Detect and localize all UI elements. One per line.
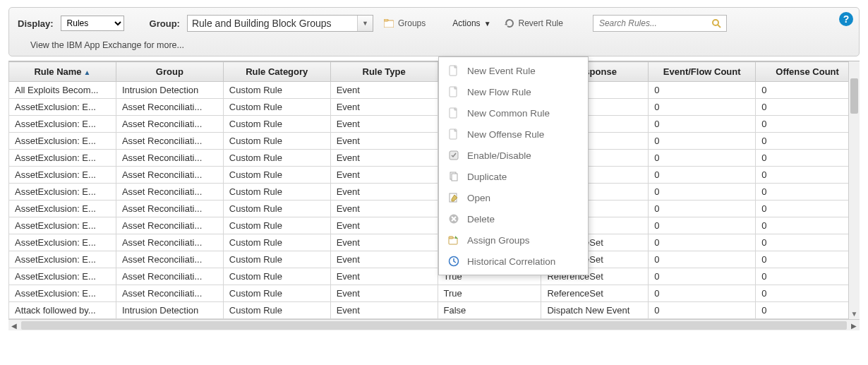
col-rule-name[interactable]: Rule Name▲ bbox=[9, 62, 116, 82]
menu-item-assign-groups[interactable]: Assign Groups bbox=[439, 229, 588, 251]
delete-icon bbox=[447, 213, 460, 225]
cell-name: AssetExclusion: E... bbox=[9, 167, 116, 184]
cell-name: AssetExclusion: E... bbox=[9, 116, 116, 133]
cell-type: Event bbox=[330, 234, 438, 251]
col-group[interactable]: Group bbox=[116, 62, 223, 82]
cell-group: Asset Reconciliati... bbox=[116, 201, 223, 217]
page-icon bbox=[447, 64, 460, 77]
cell-cat: Custom Rule bbox=[223, 167, 330, 184]
cell-cat: Custom Rule bbox=[223, 184, 330, 201]
cell-efc: 0 bbox=[649, 116, 756, 133]
cell-name: AssetExclusion: E... bbox=[9, 217, 116, 234]
scrollbar-thumb[interactable] bbox=[850, 78, 858, 114]
cell-name: AssetExclusion: E... bbox=[9, 150, 116, 167]
cell-type: Event bbox=[330, 285, 438, 302]
menu-item-duplicate[interactable]: Duplicate bbox=[439, 166, 588, 187]
horizontal-scrollbar[interactable]: ◀ ▶ bbox=[8, 319, 860, 330]
menu-item-new-common-rule[interactable]: New Common Rule bbox=[439, 102, 588, 124]
page-icon bbox=[447, 107, 460, 119]
vertical-scrollbar[interactable]: ▼ bbox=[848, 61, 860, 319]
col-offense-count[interactable]: Offense Count bbox=[756, 62, 860, 82]
cell-group: Asset Reconciliati... bbox=[116, 133, 223, 150]
cell-cat: Custom Rule bbox=[223, 234, 330, 251]
rules-table: Rule Name▲ Group Rule Category Rule Type… bbox=[8, 61, 860, 319]
groups-button[interactable]: Groups bbox=[380, 16, 428, 30]
table-row[interactable]: AssetExclusion: E...Asset Reconciliati..… bbox=[9, 116, 860, 133]
page-icon bbox=[447, 128, 460, 140]
cell-cat: Custom Rule bbox=[223, 201, 330, 217]
table-row[interactable]: AssetExclusion: E...Asset Reconciliati..… bbox=[9, 184, 860, 201]
scroll-right-arrow-icon[interactable]: ▶ bbox=[848, 320, 860, 330]
cell-name: AssetExclusion: E... bbox=[9, 133, 116, 150]
cell-type: Event bbox=[330, 82, 438, 99]
scroll-left-arrow-icon[interactable]: ◀ bbox=[8, 320, 20, 330]
table-row[interactable]: AssetExclusion: E...Asset Reconciliati..… bbox=[9, 217, 860, 234]
group-select[interactable]: Rule and Building Block Groups ▼ bbox=[187, 15, 373, 32]
svg-point-2 bbox=[713, 20, 718, 25]
display-select[interactable]: Rules bbox=[61, 16, 124, 31]
cell-efc: 0 bbox=[649, 82, 756, 99]
table-row[interactable]: All Exploits Becom...Intrusion Detection… bbox=[9, 82, 860, 99]
table-row[interactable]: AssetExclusion: E...Asset Reconciliati..… bbox=[9, 268, 860, 285]
menu-item-new-flow-rule[interactable]: New Flow Rule bbox=[439, 81, 588, 102]
help-icon[interactable]: ? bbox=[839, 12, 853, 26]
table-row[interactable]: AssetExclusion: E...Asset Reconciliati..… bbox=[9, 99, 860, 116]
scroll-down-arrow-icon[interactable]: ▼ bbox=[849, 310, 860, 318]
actions-button[interactable]: Actions ▼ bbox=[450, 17, 493, 30]
table-row[interactable]: AssetExclusion: E...Asset Reconciliati..… bbox=[9, 133, 860, 150]
table-row[interactable]: Attack followed by...Intrusion Detection… bbox=[9, 302, 860, 319]
table-row[interactable]: AssetExclusion: E...Asset Reconciliati..… bbox=[9, 234, 860, 251]
cell-response: Dispatch New Event bbox=[541, 302, 649, 319]
menu-item-open[interactable]: Open bbox=[439, 187, 588, 208]
cell-group: Asset Reconciliati... bbox=[116, 268, 223, 285]
chevron-down-icon: ▼ bbox=[362, 20, 368, 27]
revert-rule-label: Revert Rule bbox=[519, 18, 563, 28]
table-row[interactable]: AssetExclusion: E...Asset Reconciliati..… bbox=[9, 167, 860, 184]
cell-type: Event bbox=[330, 150, 438, 167]
cell-oc: 0 bbox=[756, 184, 860, 201]
scrollbar-thumb[interactable] bbox=[21, 321, 847, 330]
app-exchange-link[interactable]: View the IBM App Exchange for more... bbox=[30, 40, 184, 50]
cell-type: Event bbox=[330, 184, 438, 201]
menu-item-label: New Offense Rule bbox=[467, 129, 544, 140]
cell-efc: 0 bbox=[649, 133, 756, 150]
col-event-flow-count[interactable]: Event/Flow Count bbox=[649, 62, 756, 82]
cell-group: Asset Reconciliati... bbox=[116, 167, 223, 184]
menu-item-label: New Common Rule bbox=[467, 108, 550, 119]
cell-group: Intrusion Detection bbox=[116, 82, 223, 99]
menu-item-label: New Flow Rule bbox=[467, 87, 531, 97]
table-row[interactable]: AssetExclusion: E...Asset Reconciliati..… bbox=[9, 251, 860, 268]
cell-cat: Custom Rule bbox=[223, 251, 330, 268]
sort-asc-icon: ▲ bbox=[84, 68, 91, 76]
group-select-value: Rule and Building Block Groups bbox=[188, 18, 357, 29]
search-icon[interactable] bbox=[711, 18, 722, 29]
cell-oc: 0 bbox=[756, 302, 860, 319]
search-input[interactable] bbox=[598, 18, 711, 29]
group-select-dropdown-button[interactable]: ▼ bbox=[357, 16, 373, 31]
search-box[interactable] bbox=[593, 15, 727, 32]
actions-button-label: Actions bbox=[452, 18, 480, 28]
cell-cat: Custom Rule bbox=[223, 82, 330, 99]
table-row[interactable]: AssetExclusion: E...Asset Reconciliati..… bbox=[9, 285, 860, 302]
chevron-down-icon: ▼ bbox=[484, 20, 491, 28]
col-rule-category[interactable]: Rule Category bbox=[223, 62, 330, 82]
menu-item-historical-correlation[interactable]: Historical Correlation bbox=[439, 251, 588, 272]
menu-item-enable-disable[interactable]: Enable/Disable bbox=[439, 145, 588, 166]
menu-item-delete[interactable]: Delete bbox=[439, 208, 588, 229]
revert-rule-button[interactable]: Revert Rule bbox=[501, 16, 566, 30]
cell-cat: Custom Rule bbox=[223, 268, 330, 285]
menu-item-new-offense-rule[interactable]: New Offense Rule bbox=[439, 124, 588, 145]
cell-type: Event bbox=[330, 133, 438, 150]
cell-cat: Custom Rule bbox=[223, 217, 330, 234]
cell-type: Event bbox=[330, 99, 438, 116]
table-row[interactable]: AssetExclusion: E...Asset Reconciliati..… bbox=[9, 201, 860, 217]
col-rule-type[interactable]: Rule Type bbox=[330, 62, 438, 82]
cell-group: Asset Reconciliati... bbox=[116, 150, 223, 167]
cell-efc: 0 bbox=[649, 285, 756, 302]
cell-name: AssetExclusion: E... bbox=[9, 285, 116, 302]
display-label: Display: bbox=[18, 18, 54, 29]
svg-rect-1 bbox=[384, 19, 388, 21]
cell-type: Event bbox=[330, 268, 438, 285]
menu-item-new-event-rule[interactable]: New Event Rule bbox=[439, 60, 588, 81]
table-row[interactable]: AssetExclusion: E...Asset Reconciliati..… bbox=[9, 150, 860, 167]
